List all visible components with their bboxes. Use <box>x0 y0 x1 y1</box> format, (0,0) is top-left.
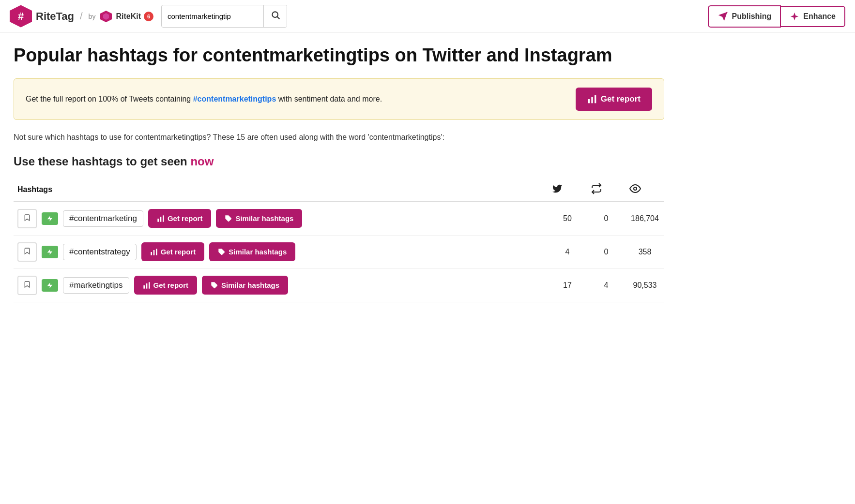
svg-rect-21 <box>143 285 145 289</box>
col-eye-header <box>626 178 664 202</box>
bookmark-icon-0 <box>23 214 31 222</box>
svg-point-9 <box>634 187 637 190</box>
search-input[interactable] <box>162 7 263 25</box>
row-actions-1: #contentstrategy Get report Similar hash… <box>17 242 544 262</box>
bar-chart-icon-0 <box>157 215 165 222</box>
svg-rect-23 <box>149 282 150 288</box>
green-tag-badge-2 <box>42 279 58 292</box>
eye-icon <box>629 183 641 194</box>
ritekit-hex-icon <box>99 10 113 23</box>
banner-text-suffix: with sentiment data and more. <box>278 95 382 103</box>
get-report-button-2[interactable]: Get report <box>134 276 198 295</box>
by-text: by <box>89 13 96 20</box>
svg-rect-12 <box>160 217 162 222</box>
bookmark-button-1[interactable] <box>17 242 37 262</box>
hashtag-tag-0: #contentmarketing <box>63 210 143 227</box>
bookmark-button-2[interactable] <box>17 276 37 295</box>
description-text: Not sure which hashtags to use for conte… <box>14 132 664 143</box>
notification-badge: 6 <box>144 12 153 21</box>
publishing-label: Publishing <box>732 12 772 21</box>
svg-rect-8 <box>595 95 596 103</box>
col-twitter-header <box>548 178 587 202</box>
table-header: Hashtags <box>14 178 664 202</box>
svg-point-2 <box>272 12 278 17</box>
eye-count-0: 186,704 <box>626 202 664 236</box>
report-banner: Get the full report on 100% of Tweets co… <box>14 78 664 120</box>
banner-text-prefix: Get the full report on 100% of Tweets co… <box>26 95 193 103</box>
banner-get-report-button[interactable]: Get report <box>576 88 652 111</box>
publishing-button[interactable]: Publishing <box>708 5 781 28</box>
get-report-button-1[interactable]: Get report <box>141 242 205 261</box>
tag-icon-1 <box>218 248 226 256</box>
green-tag-badge-1 <box>42 246 58 258</box>
publishing-icon <box>718 11 728 22</box>
svg-marker-10 <box>47 216 53 222</box>
lightning-icon-1 <box>46 249 53 255</box>
bar-chart-icon-2 <box>143 282 151 289</box>
similar-hashtags-button-0[interactable]: Similar hashtags <box>216 209 302 228</box>
header: # RiteTag / by RiteKit 6 <box>0 0 855 33</box>
banner-text-area: Get the full report on 100% of Tweets co… <box>26 95 382 104</box>
tag-icon-0 <box>225 215 232 222</box>
table-row: #contentstrategy Get report Similar hash… <box>14 235 664 268</box>
lightning-icon-2 <box>46 282 53 289</box>
bar-chart-icon-large <box>587 94 597 104</box>
svg-rect-13 <box>163 215 164 222</box>
enhance-label: Enhance <box>803 12 836 21</box>
search-button[interactable] <box>263 5 287 27</box>
green-tag-badge-0 <box>42 212 58 225</box>
hashtag-tag-1: #contentstrategy <box>63 244 137 260</box>
logo-divider: / <box>80 11 83 22</box>
similar-hashtags-button-2[interactable]: Similar hashtags <box>202 276 288 295</box>
ritetag-logo-hex: # <box>10 5 32 28</box>
twitter-count-1: 4 <box>548 235 587 268</box>
search-icon <box>271 10 280 20</box>
enhance-button[interactable]: Enhance <box>781 6 845 27</box>
svg-marker-20 <box>47 282 53 288</box>
retweet-count-2: 4 <box>587 268 626 302</box>
hashtag-cell-1: #contentstrategy Get report Similar hash… <box>14 235 548 268</box>
svg-marker-15 <box>47 249 53 255</box>
use-hashtags-heading: Use these hashtags to get seen now <box>14 155 664 168</box>
table-row: #contentmarketing Get report Similar has… <box>14 202 664 236</box>
retweet-icon <box>591 183 602 194</box>
similar-hashtags-button-1[interactable]: Similar hashtags <box>209 242 295 261</box>
twitter-count-2: 17 <box>548 268 587 302</box>
svg-marker-5 <box>718 12 727 20</box>
hashtag-cell-2: #marketingtips Get report Similar hashta… <box>14 268 548 302</box>
svg-rect-22 <box>146 283 147 289</box>
hashtag-cell-0: #contentmarketing Get report Similar has… <box>14 202 548 236</box>
eye-count-2: 90,533 <box>626 268 664 302</box>
enhance-icon <box>790 12 799 21</box>
bookmark-icon-1 <box>23 247 31 255</box>
svg-line-3 <box>277 17 280 19</box>
lightning-icon-0 <box>46 215 53 222</box>
banner-btn-label: Get report <box>601 94 641 104</box>
twitter-count-0: 50 <box>548 202 587 236</box>
banner-hashtag-link[interactable]: #contentmarketingtips <box>193 95 276 103</box>
hashtag-tag-2: #marketingtips <box>63 277 129 294</box>
svg-rect-17 <box>153 250 154 255</box>
table-row: #marketingtips Get report Similar hashta… <box>14 268 664 302</box>
logo-area: # RiteTag / by RiteKit 6 <box>10 5 153 28</box>
bookmark-button-0[interactable] <box>17 209 37 228</box>
col-hashtags-header: Hashtags <box>14 178 548 202</box>
row-actions-2: #marketingtips Get report Similar hashta… <box>17 276 544 295</box>
retweet-count-1: 0 <box>587 235 626 268</box>
svg-rect-11 <box>157 219 159 222</box>
svg-rect-18 <box>156 249 157 255</box>
eye-count-1: 358 <box>626 235 664 268</box>
get-report-button-0[interactable]: Get report <box>148 209 212 228</box>
row-actions-0: #contentmarketing Get report Similar has… <box>17 209 544 228</box>
tag-icon-2 <box>211 282 218 289</box>
main-content: Popular hashtags for contentmarketingtip… <box>0 33 678 314</box>
ritetag-logo-text: RiteTag <box>36 10 74 23</box>
search-area <box>161 5 287 28</box>
svg-rect-16 <box>151 252 152 255</box>
svg-rect-6 <box>588 99 589 103</box>
use-heading-now: now <box>190 155 214 168</box>
bar-chart-icon-1 <box>150 248 158 256</box>
use-heading-prefix: Use these hashtags to get seen <box>14 155 190 168</box>
ritekit-text: RiteKit <box>116 12 141 21</box>
hashtag-table: Hashtags <box>14 178 664 302</box>
